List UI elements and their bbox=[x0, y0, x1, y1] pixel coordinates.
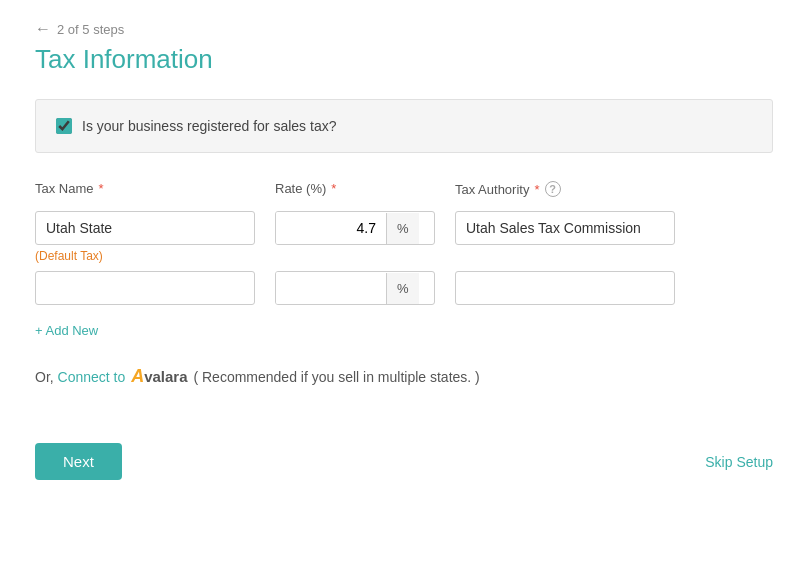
tax-authority-input-1[interactable] bbox=[455, 211, 675, 245]
tax-row-2: % bbox=[35, 271, 773, 305]
tax-name-label: Tax Name * bbox=[35, 181, 255, 196]
rate-input-1[interactable] bbox=[276, 212, 386, 244]
avalara-logo-a: A bbox=[131, 366, 144, 387]
help-icon[interactable]: ? bbox=[545, 181, 561, 197]
rate-unit-2: % bbox=[386, 273, 419, 304]
back-arrow-icon: ← bbox=[35, 20, 51, 38]
add-new-link[interactable]: + Add New bbox=[35, 323, 98, 338]
rate-label: Rate (%) * bbox=[275, 181, 435, 196]
page-title: Tax Information bbox=[35, 44, 773, 75]
tax-name-input-1[interactable] bbox=[35, 211, 255, 245]
tax-name-input-2[interactable] bbox=[35, 271, 255, 305]
rate-unit-1: % bbox=[386, 213, 419, 244]
rate-input-2[interactable] bbox=[276, 272, 386, 304]
skip-setup-link[interactable]: Skip Setup bbox=[705, 454, 773, 470]
avalara-connect-link[interactable]: Connect to bbox=[58, 369, 126, 385]
tax-row-1: (Default Tax) % bbox=[35, 211, 773, 263]
next-button[interactable]: Next bbox=[35, 443, 122, 480]
default-tax-label: (Default Tax) bbox=[35, 249, 255, 263]
tax-authority-input-2[interactable] bbox=[455, 271, 675, 305]
avalara-prefix: Or, bbox=[35, 369, 54, 385]
sales-tax-label: Is your business registered for sales ta… bbox=[82, 118, 336, 134]
rate-input-wrapper-1: % bbox=[275, 211, 435, 245]
step-text: 2 of 5 steps bbox=[57, 22, 124, 37]
footer-actions: Next Skip Setup bbox=[35, 427, 773, 480]
avalara-suffix: ( Recommended if you sell in multiple st… bbox=[193, 369, 479, 385]
avalara-logo: Avalara bbox=[131, 366, 187, 387]
rate-input-wrapper-2: % bbox=[275, 271, 435, 305]
required-indicator-authority: * bbox=[534, 182, 539, 197]
checkbox-section: Is your business registered for sales ta… bbox=[35, 99, 773, 153]
avalara-logo-rest: valara bbox=[144, 368, 187, 385]
sales-tax-checkbox[interactable] bbox=[56, 118, 72, 134]
required-indicator-rate: * bbox=[331, 181, 336, 196]
step-indicator: ← 2 of 5 steps bbox=[35, 20, 773, 38]
tax-fields-section: Tax Name * Rate (%) * Tax Authority * ? … bbox=[35, 181, 773, 338]
required-indicator: * bbox=[99, 181, 104, 196]
tax-authority-label: Tax Authority * ? bbox=[455, 181, 675, 197]
avalara-section: Or, Connect to Avalara ( Recommended if … bbox=[35, 366, 773, 387]
